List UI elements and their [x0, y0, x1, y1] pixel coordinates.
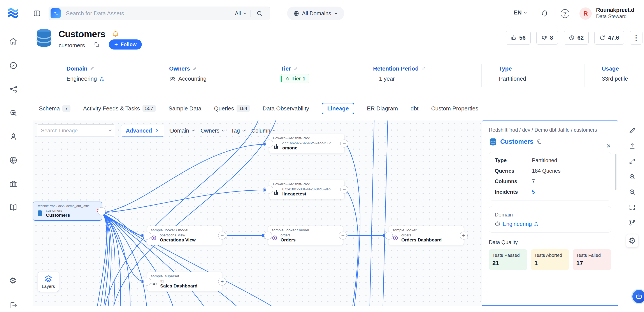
meta-tier-value[interactable]: Tier 1	[280, 74, 309, 83]
lineage-node-orders-dashboard[interactable]: sample_looker orders Orders Dashboard +	[389, 226, 464, 245]
close-icon[interactable]: ×	[606, 142, 611, 149]
tab-activity-feeds[interactable]: Activity Feeds & Tasks557	[83, 105, 156, 112]
collapse-handle[interactable]: −	[339, 232, 347, 239]
lineage-graph-icon[interactable]	[9, 85, 18, 93]
edit-icon[interactable]	[192, 67, 197, 71]
subdomain-fork-icon	[100, 76, 104, 81]
meta-owners-value[interactable]: Accounting	[169, 75, 206, 82]
collapse-handle[interactable]	[385, 232, 393, 239]
all-domains-dropdown[interactable]: All Domains	[287, 7, 344, 20]
meta-tier-label[interactable]: Tier	[280, 65, 298, 72]
glossary-icon[interactable]	[9, 203, 18, 212]
tab-lineage[interactable]: Lineage	[322, 103, 354, 114]
notifications-bell-icon[interactable]	[541, 9, 548, 17]
follow-button[interactable]: Follow	[109, 40, 142, 50]
views-button[interactable]: 62	[564, 31, 589, 45]
collapse-handle[interactable]: −	[218, 232, 226, 239]
ai-sparkle-icon[interactable]	[50, 8, 60, 19]
collapse-handle[interactable]	[266, 186, 273, 194]
zoom-out-icon[interactable]	[629, 188, 636, 195]
copy-icon[interactable]	[94, 42, 100, 48]
lineage-search-input[interactable]	[37, 124, 115, 137]
layers-button[interactable]: Layers	[38, 272, 59, 292]
tab-sample-data[interactable]: Sample Data	[168, 105, 201, 112]
lineage-node-operations-view[interactable]: sample_looker / model operations_view Op…	[147, 226, 222, 245]
user-avatar[interactable]: R	[580, 8, 592, 20]
domains-icon[interactable]	[9, 156, 18, 164]
explore-icon[interactable]	[9, 61, 18, 70]
search-icon[interactable]	[256, 10, 263, 17]
logout-icon[interactable]	[9, 301, 18, 309]
chevron-down-icon[interactable]	[108, 128, 112, 133]
incidents-link[interactable]: 5	[532, 189, 605, 195]
search-scope-dropdown[interactable]: All	[235, 7, 247, 20]
panel-breadcrumb[interactable]: RedshiftProd / dev / Demo dbt Jaffle / c…	[489, 126, 603, 134]
collapse-handle[interactable]	[143, 278, 151, 285]
filter-owners-dropdown[interactable]: Owners	[201, 127, 226, 134]
meta-retention-label[interactable]: Retention Period	[373, 65, 426, 72]
filter-tag-dropdown[interactable]: Tag	[231, 127, 246, 134]
help-icon[interactable]: ?	[561, 9, 570, 18]
announcement-icon[interactable]	[112, 30, 119, 37]
domain-link[interactable]: Engineering	[503, 221, 532, 227]
tab-dbt[interactable]: dbt	[410, 105, 418, 112]
meta-domain-value[interactable]: Engineering	[66, 75, 104, 82]
observability-icon[interactable]	[9, 109, 18, 117]
panel-entity-link[interactable]: Customers	[500, 138, 534, 145]
tab-schema[interactable]: Schema7	[39, 105, 70, 112]
collapse-handle[interactable]	[143, 232, 151, 239]
meta-bar: Domain Engineering Owners Accounting Tie…	[33, 62, 644, 93]
lineage-node-lineagetest[interactable]: Powerbi-Redshift-Prod 872e1f0c-500e-4e28…	[269, 180, 344, 199]
collapse-handle[interactable]	[264, 232, 272, 239]
collapse-handle[interactable]	[266, 139, 273, 147]
app-logo[interactable]	[6, 7, 20, 20]
meta-owners-label[interactable]: Owners	[169, 65, 197, 72]
filter-domain-dropdown[interactable]: Domain	[170, 127, 195, 134]
user-info[interactable]: Rounakpreet.d Data Steward	[596, 7, 634, 20]
expand-handle[interactable]: +	[460, 232, 468, 239]
collapse-handle[interactable]: −	[340, 139, 348, 147]
tab-er-diagram[interactable]: ER Diagram	[367, 105, 398, 112]
more-options-button[interactable]: ⋮	[630, 31, 642, 45]
language-dropdown[interactable]: EN	[514, 9, 527, 16]
lineage-node-customers[interactable]: RedshiftProd / dev / demo_dbt_jaffle cus…	[33, 202, 102, 221]
chevron-down-icon	[334, 12, 338, 16]
lineage-node-sales-dashboard[interactable]: sample_superset 31 Sales Dashboard +	[147, 272, 222, 291]
edit-lineage-icon[interactable]	[629, 127, 636, 134]
home-icon[interactable]	[9, 37, 18, 46]
insights-icon[interactable]	[9, 132, 18, 141]
settings-icon[interactable]: ⚙	[9, 276, 17, 285]
lineage-node-orders[interactable]: sample_looker / model orders Orders −	[268, 226, 343, 245]
expand-handle[interactable]: +	[218, 278, 226, 285]
lineage-canvas[interactable]: Advanced Domain Owners Tag Column Powe	[33, 120, 618, 306]
edit-icon[interactable]	[421, 67, 426, 71]
panel-scrollbar[interactable]	[615, 154, 616, 190]
upvote-button[interactable]: 56	[506, 31, 531, 45]
downvote-button[interactable]: 8	[536, 31, 558, 45]
search-input[interactable]	[66, 7, 197, 20]
collapse-handle[interactable]: −	[340, 186, 348, 194]
tab-data-observability[interactable]: Data Observability	[262, 105, 309, 112]
tab-queries[interactable]: Queries184	[214, 105, 250, 112]
export-icon[interactable]	[629, 142, 636, 149]
assistant-chat-button[interactable]	[631, 289, 644, 304]
globe-icon	[293, 11, 299, 17]
sidebar-toggle-icon[interactable]	[33, 10, 41, 17]
edit-icon[interactable]	[294, 67, 298, 71]
filter-column-dropdown[interactable]: Column	[252, 127, 276, 134]
fit-view-icon[interactable]	[629, 204, 636, 211]
expand-icon[interactable]	[629, 158, 636, 165]
advanced-filter-button[interactable]: Advanced	[121, 125, 164, 136]
copy-icon[interactable]	[536, 139, 542, 144]
usage-button[interactable]: 47.6	[594, 31, 624, 45]
edit-icon[interactable]	[90, 67, 94, 71]
meta-domain-label[interactable]: Domain	[66, 65, 94, 72]
rearrange-icon[interactable]	[629, 219, 636, 226]
collapse-handle[interactable]: −	[98, 207, 106, 215]
govern-icon[interactable]	[9, 180, 18, 188]
divider	[250, 10, 250, 17]
zoom-in-icon[interactable]	[629, 173, 636, 180]
lineage-node-omone[interactable]: Powerbi-Redshift-Prod c771ab29-5792-46fc…	[269, 134, 344, 153]
tab-custom-properties[interactable]: Custom Properties	[431, 105, 478, 112]
lineage-settings-icon[interactable]: ⚙	[626, 234, 638, 247]
